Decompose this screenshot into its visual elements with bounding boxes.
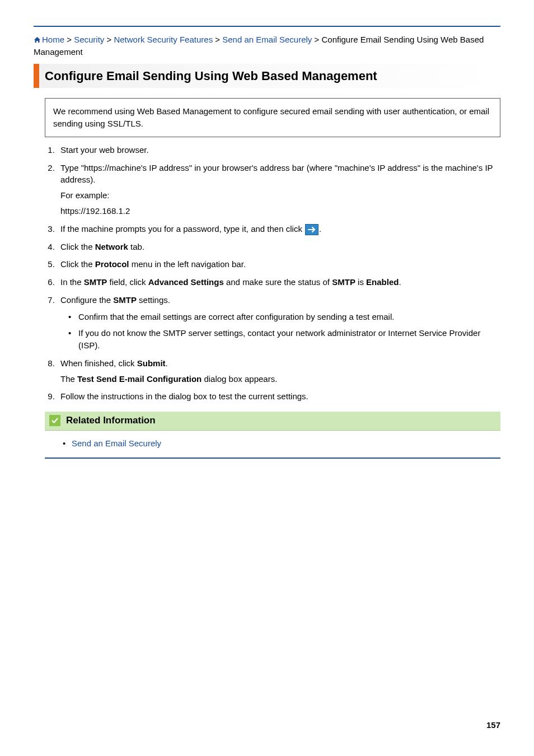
breadcrumb-sep: >	[315, 35, 320, 44]
breadcrumb-network-security-link[interactable]: Network Security Features	[114, 35, 213, 44]
home-icon	[34, 36, 41, 43]
breadcrumb-sep: >	[215, 35, 220, 44]
intro-text: We recommend using Web Based Management …	[53, 106, 489, 128]
step-4-a: Click the	[60, 242, 95, 251]
step-3-text-b: .	[319, 224, 321, 234]
step-7-bullet-2-text: If you do not know the SMTP server setti…	[78, 328, 480, 350]
step-6-g: is	[355, 277, 366, 287]
breadcrumb-sep: >	[67, 35, 72, 44]
step-6-a: In the	[60, 277, 84, 287]
related-link-send-email[interactable]: Send an Email Securely	[72, 438, 161, 448]
step-7: Configure the SMTP settings. Confirm tha…	[57, 294, 500, 352]
step-4-c: tab.	[128, 242, 144, 251]
step-6-f: SMTP	[332, 277, 355, 287]
step-1: Start your web browser.	[57, 144, 500, 156]
login-arrow-icon	[305, 224, 318, 235]
step-8-d-b: Test Send E-mail Configuration	[77, 374, 202, 384]
top-rule	[34, 26, 500, 27]
step-4-b: Network	[95, 242, 128, 251]
breadcrumb-sep: >	[106, 35, 111, 44]
breadcrumb-security-link[interactable]: Security	[74, 35, 104, 44]
related-info-title: Related Information	[66, 414, 156, 428]
step-9-text: Follow the instructions in the dialog bo…	[60, 391, 308, 401]
step-5-b: Protocol	[95, 259, 129, 269]
step-6-b: SMTP	[84, 277, 107, 287]
step-8-d-c: dialog box appears.	[202, 374, 277, 384]
step-8-a: When finished, click	[60, 358, 137, 368]
step-2-example-url: https://192.168.1.2	[60, 205, 500, 217]
steps-list: Start your web browser. Type "https://ma…	[45, 144, 500, 403]
related-info-header: Related Information	[45, 412, 500, 431]
heading-accent	[34, 64, 39, 88]
step-7-b: SMTP	[113, 295, 137, 305]
intro-box: We recommend using Web Based Management …	[45, 98, 500, 137]
breadcrumb: Home > Security > Network Security Featu…	[34, 34, 500, 58]
step-8-c: .	[166, 358, 168, 368]
step-7-bullet-2: If you do not know the SMTP server setti…	[68, 327, 500, 352]
step-7-bullet-1-text: Confirm that the email settings are corr…	[78, 312, 394, 321]
step-5-c: menu in the left navigation bar.	[129, 259, 246, 269]
step-6-c: field, click	[107, 277, 148, 287]
step-6-d: Advanced Settings	[148, 277, 224, 287]
step-4: Click the Network tab.	[57, 241, 500, 253]
step-6: In the SMTP field, click Advanced Settin…	[57, 276, 500, 288]
step-6-i: .	[399, 277, 401, 287]
step-6-e: and make sure the status of	[224, 277, 332, 287]
page-number: 157	[486, 719, 500, 731]
related-link-item: Send an Email Securely	[63, 437, 490, 450]
step-5-a: Click the	[60, 259, 95, 269]
step-8: When finished, click Submit. The Test Se…	[57, 357, 500, 385]
breadcrumb-send-email-link[interactable]: Send an Email Securely	[222, 35, 312, 44]
step-3: If the machine prompts you for a passwor…	[57, 223, 500, 235]
step-5: Click the Protocol menu in the left navi…	[57, 258, 500, 270]
page-title: Configure Email Sending Using Web Based …	[45, 67, 500, 85]
step-3-text-a: If the machine prompts you for a passwor…	[60, 224, 305, 234]
page-heading-wrap: Configure Email Sending Using Web Based …	[34, 64, 500, 88]
step-7-bullet-1: Confirm that the email settings are corr…	[68, 311, 500, 323]
step-7-c: settings.	[137, 295, 170, 305]
step-8-b: Submit	[137, 358, 166, 368]
related-info: Related Information Send an Email Secure…	[45, 412, 500, 458]
step-2-text: Type "https://machine's IP address" in y…	[60, 163, 493, 185]
breadcrumb-home-link[interactable]: Home	[42, 35, 64, 44]
step-2-example-label: For example:	[60, 189, 500, 202]
related-info-body: Send an Email Securely	[45, 431, 500, 458]
step-6-h: Enabled	[366, 277, 399, 287]
step-7-a: Configure the	[60, 295, 113, 305]
step-8-d-a: The	[60, 374, 77, 384]
step-7-bullets: Confirm that the email settings are corr…	[60, 311, 500, 352]
step-1-text: Start your web browser.	[60, 145, 149, 155]
step-9: Follow the instructions in the dialog bo…	[57, 390, 500, 403]
step-8-result: The Test Send E-mail Configuration dialo…	[60, 373, 500, 385]
check-icon	[49, 415, 60, 426]
step-2: Type "https://machine's IP address" in y…	[57, 162, 500, 217]
